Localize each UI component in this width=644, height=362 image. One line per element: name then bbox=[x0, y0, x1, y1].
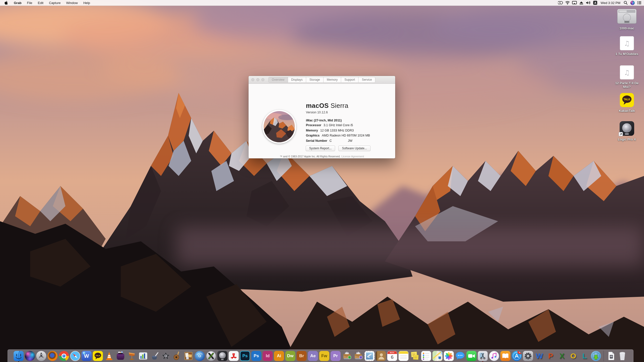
dock-x-media-app[interactable] bbox=[206, 350, 217, 361]
eject-icon[interactable] bbox=[579, 1, 584, 5]
dock-mail[interactable] bbox=[364, 350, 375, 361]
dock-lync[interactable]: L bbox=[579, 350, 590, 361]
spec-serial-number: Serial NumberCJW bbox=[306, 139, 370, 143]
menu-bar-clock[interactable]: Wed 3:32 PM bbox=[600, 1, 620, 5]
dock-photoshop[interactable]: Ps bbox=[251, 350, 262, 361]
dock-ibooks[interactable] bbox=[500, 350, 511, 361]
system-report-button[interactable]: System Report... bbox=[306, 146, 335, 151]
about-tabs: OverviewDisplaysStorageMemorySupportServ… bbox=[268, 77, 376, 83]
app-store-badge: 13 bbox=[517, 351, 522, 354]
dock-finder[interactable] bbox=[13, 350, 24, 361]
dock-outlook[interactable]: O bbox=[568, 350, 579, 361]
dock-after-effects[interactable]: Ae bbox=[308, 350, 318, 361]
desktop-icon-audio-file-2[interactable]: ♫12 Parle-T-Il De Moi? bbox=[609, 65, 644, 89]
dock-launchpad[interactable] bbox=[36, 350, 47, 361]
dock-illustrator[interactable]: Ai bbox=[274, 350, 285, 361]
desktop-icon-kakaotalk[interactable]: TALKKakaoTalk bbox=[609, 93, 644, 113]
dock-pinboard-collage[interactable] bbox=[183, 350, 194, 361]
dock-firefox[interactable] bbox=[47, 350, 58, 361]
desktop-icon-audio-file-1[interactable]: ♫1 Tu M'Oublies bbox=[609, 36, 644, 56]
sierra-thumbnail bbox=[262, 110, 296, 144]
tab-support[interactable]: Support bbox=[341, 77, 358, 82]
spec-memory: Memory12 GB 1333 MHz DDR3 bbox=[306, 129, 370, 132]
dock-iweb[interactable]: W bbox=[81, 350, 92, 361]
dock-grab[interactable] bbox=[477, 350, 488, 361]
dock-facetime[interactable] bbox=[466, 350, 477, 361]
creative-cloud-icon[interactable] bbox=[558, 1, 563, 5]
dock-maps[interactable] bbox=[432, 350, 443, 361]
dock-stuffit[interactable] bbox=[353, 350, 364, 361]
dock-word[interactable]: W bbox=[534, 350, 545, 361]
spotlight-search-icon[interactable] bbox=[623, 1, 628, 5]
dock-toast[interactable] bbox=[115, 350, 126, 361]
window-titlebar[interactable]: OverviewDisplaysStorageMemorySupportServ… bbox=[249, 76, 395, 84]
dock-excel[interactable]: X bbox=[557, 350, 568, 361]
dock-vlc[interactable] bbox=[104, 350, 115, 361]
dock-logic-pro[interactable] bbox=[217, 350, 228, 361]
dock-bridge[interactable]: Br bbox=[296, 350, 307, 361]
dock-kakaotalk[interactable]: TALK bbox=[93, 350, 103, 361]
apple-menu[interactable] bbox=[3, 1, 11, 5]
dock-pages[interactable] bbox=[149, 350, 160, 361]
dock-indesign[interactable]: Id bbox=[262, 350, 273, 361]
spec-processor: Processor3.1 GHz Intel Core i5 bbox=[306, 123, 370, 127]
desktop-icon-label: Logic Pro X bbox=[618, 138, 636, 141]
dock-photoshop-cc[interactable]: Ps bbox=[240, 350, 251, 361]
dock-photos[interactable] bbox=[444, 350, 454, 361]
close-button[interactable] bbox=[251, 78, 254, 81]
license-agreement-link[interactable]: License Agreement bbox=[341, 155, 364, 158]
dock-contacts[interactable] bbox=[376, 350, 386, 361]
svg-text:TALK: TALK bbox=[623, 98, 630, 101]
tab-overview[interactable]: Overview bbox=[269, 77, 288, 82]
notification-center-icon[interactable] bbox=[637, 1, 641, 5]
dock-powerpoint[interactable]: P bbox=[545, 350, 556, 361]
dock-web-downloader[interactable] bbox=[591, 350, 601, 361]
dock-dreamweaver[interactable]: Dw bbox=[285, 350, 296, 361]
dock-documents-stack[interactable] bbox=[606, 350, 617, 361]
siri-icon[interactable] bbox=[630, 1, 635, 5]
dock-itunes[interactable] bbox=[489, 350, 500, 361]
desktop-icon-disk-1000-mac[interactable]: 1000-mac bbox=[609, 9, 644, 30]
menu-help[interactable]: Help bbox=[80, 1, 93, 5]
display-airplay-icon[interactable] bbox=[572, 1, 577, 5]
dock-calendar[interactable]: NOV6 bbox=[387, 350, 398, 361]
tab-displays[interactable]: Displays bbox=[288, 77, 306, 82]
input-source-icon[interactable]: A bbox=[593, 1, 597, 5]
zoom-button[interactable] bbox=[261, 78, 264, 81]
menu-capture[interactable]: Capture bbox=[46, 1, 63, 5]
menu-bar: GrabFileEditCaptureWindowHelp A Wed 3:32… bbox=[0, 0, 644, 6]
dock-app-store[interactable]: 13 bbox=[511, 350, 522, 361]
dock-safari[interactable] bbox=[70, 350, 81, 361]
dock-siri[interactable] bbox=[25, 350, 35, 361]
dock-stuffit-expander[interactable] bbox=[342, 350, 352, 361]
tab-storage[interactable]: Storage bbox=[306, 77, 324, 82]
dock-imovie[interactable] bbox=[160, 350, 171, 361]
copyright-line: ™ and © 1983-2017 Apple Inc. All Rights … bbox=[249, 155, 395, 158]
dock-fireworks[interactable]: Fw bbox=[319, 350, 330, 361]
dock-chrome[interactable] bbox=[59, 350, 69, 361]
menu-edit[interactable]: Edit bbox=[35, 1, 46, 5]
dock-premiere[interactable]: Pr bbox=[330, 350, 341, 361]
software-update-button[interactable]: Software Update... bbox=[338, 146, 370, 151]
dock-trash[interactable] bbox=[617, 350, 628, 361]
minimize-button[interactable] bbox=[256, 78, 259, 81]
dock-system-preferences[interactable] bbox=[523, 350, 534, 361]
desktop-icon-logic-pro-x-alias[interactable]: Logic Pro X bbox=[609, 121, 644, 141]
dock-acrobat[interactable] bbox=[228, 350, 239, 361]
dock-messages[interactable] bbox=[455, 350, 466, 361]
dock-reminders[interactable] bbox=[421, 350, 432, 361]
dock-keynote[interactable] bbox=[127, 350, 137, 361]
menu-file[interactable]: File bbox=[24, 1, 35, 5]
dock-idvd[interactable] bbox=[194, 350, 205, 361]
tab-memory[interactable]: Memory bbox=[324, 77, 341, 82]
wifi-icon[interactable] bbox=[565, 1, 570, 5]
dock-garageband[interactable] bbox=[172, 350, 183, 361]
spec-graphics: GraphicsAMD Radeon HD 6970M 1024 MB bbox=[306, 134, 370, 137]
dock-numbers[interactable] bbox=[138, 350, 149, 361]
tab-service[interactable]: Service bbox=[358, 77, 375, 82]
dock-notes[interactable] bbox=[398, 350, 409, 361]
dock-stickies[interactable] bbox=[410, 350, 420, 361]
menu-grab[interactable]: Grab bbox=[11, 1, 24, 5]
volume-icon[interactable] bbox=[586, 1, 591, 5]
menu-window[interactable]: Window bbox=[63, 1, 80, 5]
